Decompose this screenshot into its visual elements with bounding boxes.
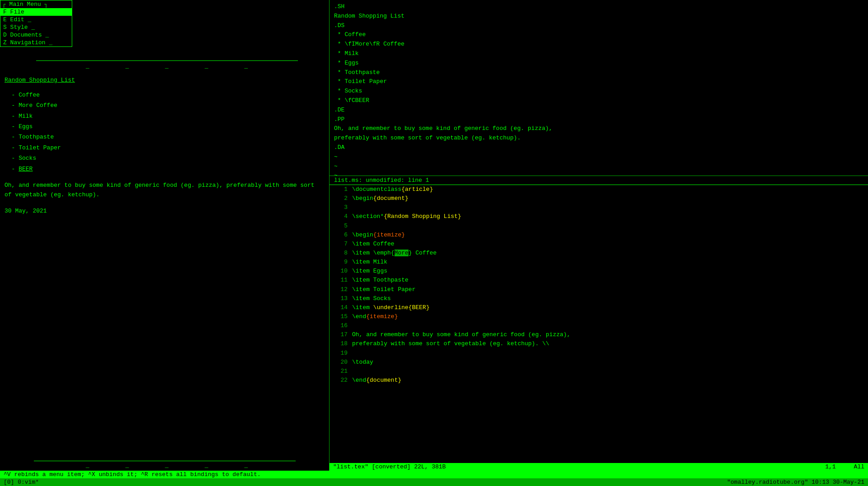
troff-line: * Coffee — [334, 30, 863, 40]
troff-status-bar: list.ms: unmodified: line 1 — [330, 176, 868, 185]
list-item-beer: - BEER — [5, 164, 325, 174]
doc-date: 30 May, 2021 — [5, 207, 325, 216]
list-item-milk: - Milk — [5, 111, 325, 121]
latex-source: 1 \documentclass{article} 2 \begin{docum… — [330, 185, 868, 463]
vim-bottom-bar: [0] 0:vim* "omalley.radiotube.org" 10:13… — [0, 478, 868, 486]
troff-line: * Toothpaste — [334, 68, 863, 78]
latex-scroll-pos: All — [854, 463, 864, 470]
code-line-3: 3 — [330, 203, 868, 212]
code-line-19: 19 — [330, 349, 868, 358]
code-line-2: 2 \begin{document} — [330, 194, 868, 203]
troff-line: Oh, and remember to buy some kind of gen… — [334, 124, 863, 134]
menu-item-edit[interactable]: E Edit _ — [0, 16, 72, 23]
main-menu: ┌ Main Menu ┐ F File E Edit _ S Style _ … — [0, 0, 72, 47]
list-item-eggs: - Eggs — [5, 121, 325, 132]
code-line-16: 16 — [330, 321, 868, 330]
troff-line: * Toilet Paper — [334, 77, 863, 87]
right-pane: .SH Random Shopping List .DS * Coffee * … — [330, 0, 868, 471]
main-container: ┌ Main Menu ┐ F File E Edit _ S Style _ … — [0, 0, 868, 471]
code-line-12: 12 \item Toilet Paper — [330, 285, 868, 294]
troff-line: * \fIMore\fR Coffee — [334, 40, 863, 49]
code-line-9: 9 \item Milk — [330, 258, 868, 267]
troff-line: * Eggs — [334, 59, 863, 68]
troff-line: ~ — [334, 153, 863, 162]
latex-cursor-pos: 1,1 — [825, 463, 836, 470]
vim-keybinding-hint: ^V rebinds a menu item; ^X unbinds it; ^… — [0, 471, 868, 478]
beer-text: BEER — [19, 166, 32, 172]
list-item-toothpaste: - Toothpaste — [5, 132, 325, 142]
menu-item-documents[interactable]: D Documents _ — [0, 31, 72, 39]
troff-line: .PP — [334, 115, 863, 125]
menu-item-file[interactable]: F File — [0, 8, 72, 16]
code-line-18: 18 preferably with some sort of vegetabl… — [330, 339, 868, 348]
code-line-6: 6 \begin{itemize} — [330, 231, 868, 240]
list-item-socks: - Socks — [5, 153, 325, 163]
ruler-top — [9, 53, 325, 62]
latex-vim-statusbar: "list.tex" [converted] 22L, 381B 1,1 All — [330, 463, 868, 471]
vim-session-info: [0] 0:vim* — [4, 479, 39, 486]
menu-item-style[interactable]: S Style _ — [0, 23, 72, 31]
doc-paragraph: Oh, and remember to buy some kind of gen… — [5, 181, 325, 200]
troff-line: * Milk — [334, 49, 863, 59]
code-line-15: 15 \end{itemize} — [330, 312, 868, 321]
code-line-11: 11 \item Toothpaste — [330, 276, 868, 285]
vim-server-info: "omalley.radiotube.org" 10:13 30-May-21 — [727, 479, 864, 486]
doc-title: Random_Shopping_List — [5, 76, 325, 85]
code-line-20: 20 \today — [330, 358, 868, 367]
troff-line: * \fCBEER — [334, 96, 863, 106]
code-line-7: 7 \item Coffee — [330, 240, 868, 249]
code-line-5: 5 — [330, 222, 868, 231]
troff-line: ~ — [334, 162, 863, 171]
code-line-10: 10 \item Eggs — [330, 267, 868, 276]
ruler-marks-bottom: _____ — [9, 461, 325, 470]
ruler-marks-top: _____ — [9, 62, 325, 70]
troff-source: .SH Random Shopping List .DS * Coffee * … — [330, 0, 868, 176]
code-line-22: 22 \end{document} — [330, 376, 868, 385]
code-line-8: 8 \item \emph{More} Coffee — [330, 249, 868, 258]
menu-item-navigation[interactable]: Z Navigation _ — [0, 39, 72, 46]
troff-line: * Socks — [334, 87, 863, 96]
troff-line: .DE — [334, 106, 863, 115]
list-item-more-coffee: - More Coffee — [5, 100, 325, 111]
main-menu-title: ┌ Main Menu ┐ — [0, 0, 72, 8]
doc-preview: Random_Shopping_List - Coffee - More Cof… — [0, 71, 329, 216]
code-line-21: 21 — [330, 367, 868, 376]
code-line-13: 13 \item Socks — [330, 294, 868, 303]
troff-line: .DS — [334, 21, 863, 31]
list-item-toilet-paper: - Toilet Paper — [5, 143, 325, 153]
troff-line: .DA — [334, 143, 863, 153]
troff-line: preferably with some sort of vegetable (… — [334, 134, 863, 143]
code-line-17: 17 Oh, and remember to buy some kind of … — [330, 330, 868, 339]
code-line-4: 4 \section*{Random Shopping List} — [330, 212, 868, 221]
list-item-coffee: - Coffee — [5, 90, 325, 100]
left-pane: ┌ Main Menu ┐ F File E Edit _ S Style _ … — [0, 0, 330, 471]
troff-line: ~ — [334, 171, 863, 176]
code-line-14: 14 \item \underline{BEER} — [330, 303, 868, 312]
code-line-1: 1 \documentclass{article} — [330, 185, 868, 194]
troff-line: Random Shopping List — [334, 12, 863, 21]
troff-line: .SH — [334, 2, 863, 12]
latex-file-status: "list.tex" [converted] 22L, 381B — [333, 463, 446, 470]
